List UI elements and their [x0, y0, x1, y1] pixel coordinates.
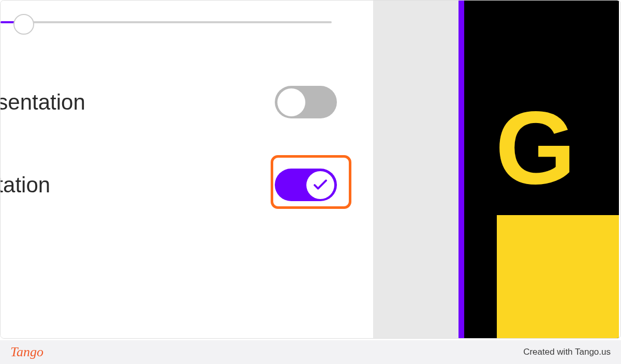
footer: Tango Created with Tango.us — [0, 340, 621, 364]
footer-attribution: Created with Tango.us — [523, 347, 611, 357]
setting-label: ntation — [0, 173, 50, 198]
preview-block — [497, 215, 619, 338]
setting-label: esentation — [0, 90, 85, 115]
toggle-presentation[interactable] — [275, 86, 337, 118]
toggle-thumb — [277, 88, 305, 116]
preview-text: G — [495, 104, 619, 192]
preview-letter: G — [495, 104, 619, 192]
slider-track — [1, 21, 332, 23]
setting-row-presentation: esentation — [1, 86, 337, 118]
toggle-thumb — [306, 171, 334, 199]
setting-row-mentation: ntation — [1, 169, 337, 201]
preview-panel: G — [459, 1, 619, 338]
gap-area — [373, 1, 459, 338]
settings-panel: esentation ntation — [1, 1, 373, 338]
tango-logo: Tango — [10, 344, 43, 360]
main-container: esentation ntation G — [0, 0, 621, 339]
check-icon — [313, 179, 328, 191]
slider-thumb[interactable] — [13, 14, 34, 35]
toggle-mentation[interactable] — [275, 169, 337, 201]
